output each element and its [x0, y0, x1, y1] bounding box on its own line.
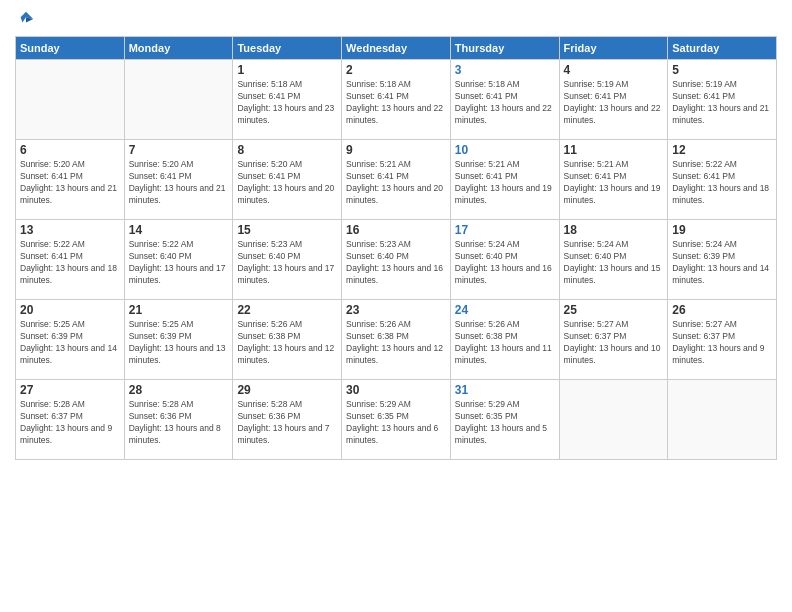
day-number: 11 — [564, 143, 664, 157]
calendar-cell: 2Sunrise: 5:18 AMSunset: 6:41 PMDaylight… — [342, 60, 451, 140]
header — [15, 10, 777, 28]
day-number: 1 — [237, 63, 337, 77]
calendar-table: SundayMondayTuesdayWednesdayThursdayFrid… — [15, 36, 777, 460]
day-info: Sunrise: 5:23 AMSunset: 6:40 PMDaylight:… — [346, 239, 446, 287]
day-info: Sunrise: 5:21 AMSunset: 6:41 PMDaylight:… — [455, 159, 555, 207]
calendar-cell — [668, 380, 777, 460]
day-info: Sunrise: 5:20 AMSunset: 6:41 PMDaylight:… — [20, 159, 120, 207]
day-number: 4 — [564, 63, 664, 77]
day-info: Sunrise: 5:21 AMSunset: 6:41 PMDaylight:… — [346, 159, 446, 207]
week-row-1: 1Sunrise: 5:18 AMSunset: 6:41 PMDaylight… — [16, 60, 777, 140]
weekday-header-row: SundayMondayTuesdayWednesdayThursdayFrid… — [16, 37, 777, 60]
calendar-cell: 23Sunrise: 5:26 AMSunset: 6:38 PMDayligh… — [342, 300, 451, 380]
page: SundayMondayTuesdayWednesdayThursdayFrid… — [0, 0, 792, 612]
calendar-cell: 28Sunrise: 5:28 AMSunset: 6:36 PMDayligh… — [124, 380, 233, 460]
day-info: Sunrise: 5:20 AMSunset: 6:41 PMDaylight:… — [129, 159, 229, 207]
day-number: 23 — [346, 303, 446, 317]
weekday-header-saturday: Saturday — [668, 37, 777, 60]
calendar-cell: 20Sunrise: 5:25 AMSunset: 6:39 PMDayligh… — [16, 300, 125, 380]
day-number: 20 — [20, 303, 120, 317]
day-info: Sunrise: 5:18 AMSunset: 6:41 PMDaylight:… — [237, 79, 337, 127]
day-number: 27 — [20, 383, 120, 397]
calendar-cell: 9Sunrise: 5:21 AMSunset: 6:41 PMDaylight… — [342, 140, 451, 220]
day-info: Sunrise: 5:24 AMSunset: 6:40 PMDaylight:… — [455, 239, 555, 287]
day-number: 6 — [20, 143, 120, 157]
day-number: 15 — [237, 223, 337, 237]
day-info: Sunrise: 5:18 AMSunset: 6:41 PMDaylight:… — [346, 79, 446, 127]
day-info: Sunrise: 5:26 AMSunset: 6:38 PMDaylight:… — [237, 319, 337, 367]
week-row-4: 20Sunrise: 5:25 AMSunset: 6:39 PMDayligh… — [16, 300, 777, 380]
calendar-cell — [16, 60, 125, 140]
day-info: Sunrise: 5:25 AMSunset: 6:39 PMDaylight:… — [20, 319, 120, 367]
day-number: 30 — [346, 383, 446, 397]
calendar-cell: 22Sunrise: 5:26 AMSunset: 6:38 PMDayligh… — [233, 300, 342, 380]
week-row-3: 13Sunrise: 5:22 AMSunset: 6:41 PMDayligh… — [16, 220, 777, 300]
day-info: Sunrise: 5:24 AMSunset: 6:39 PMDaylight:… — [672, 239, 772, 287]
logo — [15, 10, 35, 28]
calendar-cell: 27Sunrise: 5:28 AMSunset: 6:37 PMDayligh… — [16, 380, 125, 460]
day-info: Sunrise: 5:25 AMSunset: 6:39 PMDaylight:… — [129, 319, 229, 367]
calendar-cell: 24Sunrise: 5:26 AMSunset: 6:38 PMDayligh… — [450, 300, 559, 380]
calendar-cell: 10Sunrise: 5:21 AMSunset: 6:41 PMDayligh… — [450, 140, 559, 220]
day-info: Sunrise: 5:26 AMSunset: 6:38 PMDaylight:… — [346, 319, 446, 367]
calendar-cell — [124, 60, 233, 140]
day-info: Sunrise: 5:28 AMSunset: 6:37 PMDaylight:… — [20, 399, 120, 447]
day-number: 18 — [564, 223, 664, 237]
calendar-cell: 8Sunrise: 5:20 AMSunset: 6:41 PMDaylight… — [233, 140, 342, 220]
day-number: 28 — [129, 383, 229, 397]
day-number: 10 — [455, 143, 555, 157]
day-number: 31 — [455, 383, 555, 397]
weekday-header-sunday: Sunday — [16, 37, 125, 60]
day-info: Sunrise: 5:20 AMSunset: 6:41 PMDaylight:… — [237, 159, 337, 207]
day-number: 16 — [346, 223, 446, 237]
day-info: Sunrise: 5:21 AMSunset: 6:41 PMDaylight:… — [564, 159, 664, 207]
weekday-header-thursday: Thursday — [450, 37, 559, 60]
day-number: 3 — [455, 63, 555, 77]
calendar-cell: 16Sunrise: 5:23 AMSunset: 6:40 PMDayligh… — [342, 220, 451, 300]
day-info: Sunrise: 5:19 AMSunset: 6:41 PMDaylight:… — [564, 79, 664, 127]
day-number: 17 — [455, 223, 555, 237]
calendar-cell — [559, 380, 668, 460]
day-info: Sunrise: 5:26 AMSunset: 6:38 PMDaylight:… — [455, 319, 555, 367]
calendar-cell: 19Sunrise: 5:24 AMSunset: 6:39 PMDayligh… — [668, 220, 777, 300]
week-row-2: 6Sunrise: 5:20 AMSunset: 6:41 PMDaylight… — [16, 140, 777, 220]
calendar-cell: 25Sunrise: 5:27 AMSunset: 6:37 PMDayligh… — [559, 300, 668, 380]
day-info: Sunrise: 5:27 AMSunset: 6:37 PMDaylight:… — [564, 319, 664, 367]
day-number: 24 — [455, 303, 555, 317]
day-info: Sunrise: 5:18 AMSunset: 6:41 PMDaylight:… — [455, 79, 555, 127]
calendar-cell: 17Sunrise: 5:24 AMSunset: 6:40 PMDayligh… — [450, 220, 559, 300]
day-number: 7 — [129, 143, 229, 157]
day-number: 21 — [129, 303, 229, 317]
day-number: 9 — [346, 143, 446, 157]
calendar-cell: 26Sunrise: 5:27 AMSunset: 6:37 PMDayligh… — [668, 300, 777, 380]
calendar-cell: 29Sunrise: 5:28 AMSunset: 6:36 PMDayligh… — [233, 380, 342, 460]
calendar-cell: 1Sunrise: 5:18 AMSunset: 6:41 PMDaylight… — [233, 60, 342, 140]
calendar-cell: 15Sunrise: 5:23 AMSunset: 6:40 PMDayligh… — [233, 220, 342, 300]
week-row-5: 27Sunrise: 5:28 AMSunset: 6:37 PMDayligh… — [16, 380, 777, 460]
calendar-cell: 13Sunrise: 5:22 AMSunset: 6:41 PMDayligh… — [16, 220, 125, 300]
calendar-cell: 12Sunrise: 5:22 AMSunset: 6:41 PMDayligh… — [668, 140, 777, 220]
calendar-cell: 21Sunrise: 5:25 AMSunset: 6:39 PMDayligh… — [124, 300, 233, 380]
day-number: 29 — [237, 383, 337, 397]
day-info: Sunrise: 5:22 AMSunset: 6:40 PMDaylight:… — [129, 239, 229, 287]
day-info: Sunrise: 5:29 AMSunset: 6:35 PMDaylight:… — [346, 399, 446, 447]
day-number: 26 — [672, 303, 772, 317]
day-number: 19 — [672, 223, 772, 237]
logo-bird-icon — [17, 10, 35, 28]
day-info: Sunrise: 5:27 AMSunset: 6:37 PMDaylight:… — [672, 319, 772, 367]
weekday-header-tuesday: Tuesday — [233, 37, 342, 60]
calendar-cell: 18Sunrise: 5:24 AMSunset: 6:40 PMDayligh… — [559, 220, 668, 300]
calendar-cell: 5Sunrise: 5:19 AMSunset: 6:41 PMDaylight… — [668, 60, 777, 140]
weekday-header-friday: Friday — [559, 37, 668, 60]
day-number: 8 — [237, 143, 337, 157]
day-number: 13 — [20, 223, 120, 237]
day-number: 14 — [129, 223, 229, 237]
weekday-header-monday: Monday — [124, 37, 233, 60]
calendar-cell: 11Sunrise: 5:21 AMSunset: 6:41 PMDayligh… — [559, 140, 668, 220]
calendar-cell: 31Sunrise: 5:29 AMSunset: 6:35 PMDayligh… — [450, 380, 559, 460]
day-info: Sunrise: 5:22 AMSunset: 6:41 PMDaylight:… — [20, 239, 120, 287]
day-number: 5 — [672, 63, 772, 77]
calendar-cell: 7Sunrise: 5:20 AMSunset: 6:41 PMDaylight… — [124, 140, 233, 220]
day-number: 12 — [672, 143, 772, 157]
day-info: Sunrise: 5:19 AMSunset: 6:41 PMDaylight:… — [672, 79, 772, 127]
